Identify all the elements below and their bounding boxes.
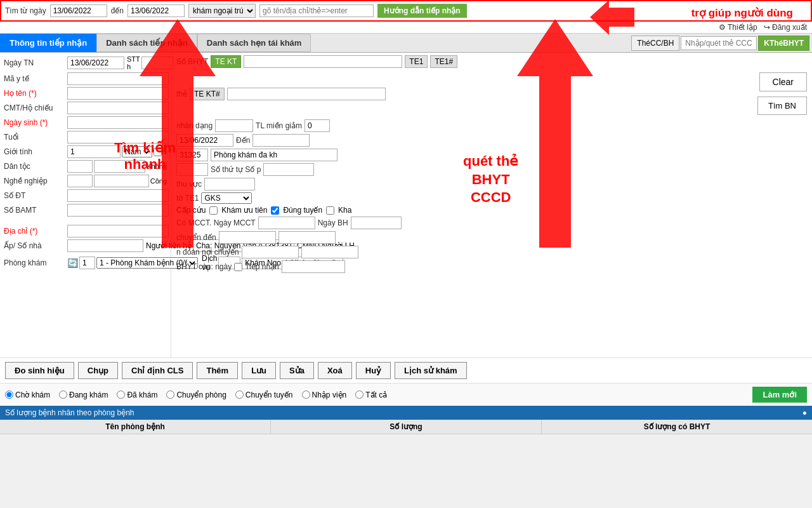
kha-label: Kha	[338, 206, 351, 215]
gioi-tinh-num[interactable]	[67, 145, 121, 158]
tim-bn-button[interactable]: Tìm BN	[757, 97, 807, 115]
thecc-tab[interactable]: ThéCC/BH	[631, 36, 679, 51]
cho-kham-radio-label[interactable]: Chờ khám	[5, 391, 50, 399]
dia-chi-input[interactable]	[67, 225, 169, 237]
bhyt-con-input[interactable]	[282, 260, 345, 273]
chuyen-den-input1[interactable]	[219, 231, 276, 244]
dang-xuat-link[interactable]: ↪ Đăng xuất	[764, 23, 807, 32]
lich-su-kham-button[interactable]: Lịch sử khám	[395, 362, 467, 379]
so-thu-tu-input1[interactable]	[176, 163, 208, 176]
da-kham-radio[interactable]	[117, 391, 125, 399]
xoa-button[interactable]: Xoá	[318, 362, 352, 379]
chuyen-tuyen-text: Chuyển tuyến	[246, 391, 293, 399]
lam-moi-button[interactable]: Làm mới	[752, 387, 807, 403]
tab-danh-sach[interactable]: Danh sách tiếp nhận	[96, 34, 197, 52]
te-kt-button[interactable]: TE KT	[211, 55, 241, 68]
so-thu-tu-input2[interactable]	[263, 163, 314, 176]
dan-toc-input1[interactable]	[67, 160, 93, 173]
thiet-lap-link[interactable]: ⚙ Thiết lập	[719, 23, 757, 32]
ap-so-nha-input[interactable]	[67, 239, 143, 252]
co-mcct-label: Có MCCT. Ngày MCCT	[176, 218, 256, 227]
nhap-vien-radio[interactable]	[302, 391, 310, 399]
nhap-vien-text: Nhập viện	[312, 391, 347, 399]
tab-hen-tai-kham[interactable]: Danh sách hẹn tái khám	[197, 34, 311, 52]
n-doan-input1[interactable]	[242, 246, 299, 258]
huy-button[interactable]: Huỷ	[356, 362, 391, 379]
cmt-input[interactable]	[67, 102, 169, 114]
them-button[interactable]: Thêm	[197, 362, 238, 379]
date-from-input[interactable]	[50, 4, 107, 17]
chuyen-tuyen-radio[interactable]	[235, 391, 244, 399]
phong-kham-da-input[interactable]	[211, 149, 337, 161]
dan-toc-input2[interactable]	[94, 160, 145, 173]
ma-31325-input[interactable]	[176, 149, 208, 161]
tuoi-input[interactable]	[67, 131, 169, 144]
tat-ca-radio[interactable]	[355, 391, 363, 399]
huong-dan-button[interactable]: Hướng dẫn tiếp nhận	[377, 4, 467, 18]
search-input[interactable]	[259, 4, 374, 17]
da-kham-radio-label[interactable]: Đã khám	[117, 391, 157, 399]
chup-button[interactable]: Chụp	[78, 362, 118, 379]
ngay-mcct-input[interactable]	[258, 217, 315, 229]
nghe-nghiep-input2[interactable]	[94, 175, 149, 187]
kham-uu-tien-check[interactable]	[271, 206, 279, 215]
dan-toc-label: Dân tộc	[4, 162, 67, 171]
nhap-vien-radio-label[interactable]: Nhập viện	[302, 391, 347, 399]
stt-input[interactable]	[141, 57, 173, 69]
chuyen-den-input2[interactable]	[278, 231, 336, 244]
so-bamt-label: Số BAMT	[4, 206, 67, 215]
tat-ca-radio-label[interactable]: Tất cả	[355, 391, 387, 399]
cap-cuu-check[interactable]	[209, 206, 218, 215]
gioi-tinh-check[interactable]	[154, 148, 162, 156]
phong-kham-num[interactable]	[79, 257, 95, 269]
do-sinh-hieu-button[interactable]: Đo sinh hiệu	[5, 362, 74, 379]
clear-button[interactable]: Clear	[759, 72, 807, 91]
date-to-input[interactable]	[128, 4, 185, 17]
tl-mien-giam-input[interactable]	[304, 119, 330, 132]
ngay-bh-input[interactable]	[351, 217, 402, 229]
bhyt-input[interactable]	[681, 36, 757, 50]
chuyen-phong-text: Chuyển phòng	[176, 391, 226, 399]
radio-bar: Chờ khám Đang khám Đã khám Chuyển phòng …	[0, 383, 812, 406]
n-doan-input2[interactable]	[301, 246, 358, 258]
ho-ten-input[interactable]	[67, 87, 169, 100]
ma-yte-label: Mã y tế	[4, 74, 67, 83]
so-bamt-input[interactable]	[67, 204, 169, 217]
sua-button[interactable]: Sửa	[280, 362, 314, 379]
dang-kham-radio-label[interactable]: Đang khám	[59, 391, 108, 399]
kham-uu-tien-label: Khám ưu tiên	[221, 206, 267, 215]
te1-hash-button[interactable]: TE1#	[430, 55, 457, 68]
gioi-tinh-select[interactable]: Nam	[122, 146, 152, 157]
gks-select[interactable]: GKS	[201, 192, 252, 204]
tiep-nhan-check[interactable]	[234, 263, 242, 271]
ngay-sinh-input[interactable]	[67, 116, 169, 129]
tab-thong-tin[interactable]: Thông tin tiếp nhận	[0, 34, 96, 52]
chuyen-phong-radio-label[interactable]: Chuyển phòng	[166, 391, 226, 399]
cap-cuu-label: Cấp cứu	[176, 206, 206, 215]
te1-button[interactable]: TE1	[405, 55, 428, 68]
thu-vuc-input[interactable]	[204, 178, 255, 190]
te-kt-hash-button[interactable]: TE KT#	[190, 88, 225, 100]
refresh-icon[interactable]: 🔄	[67, 258, 78, 268]
den-date-input[interactable]	[252, 134, 310, 147]
kte-bhyt-tab[interactable]: KThéBHYT	[758, 36, 809, 51]
so-bhyt-input[interactable]	[244, 55, 402, 68]
so-bhyt-label: Số BHYT	[176, 57, 208, 66]
search-type-select[interactable]: khám ngoại trú	[188, 4, 256, 18]
nghe-nghiep-input1[interactable]	[67, 175, 93, 187]
luu-button[interactable]: Lưu	[242, 362, 276, 379]
dang-kham-radio[interactable]	[59, 391, 67, 399]
gioi-tinh-label: Giới tính	[4, 147, 67, 156]
dung-tuyen-check[interactable]	[326, 206, 334, 215]
cho-kham-radio[interactable]	[5, 391, 13, 399]
chuyen-tuyen-radio-label[interactable]: Chuyển tuyến	[235, 391, 293, 399]
date-field[interactable]	[176, 134, 233, 147]
so-dt-input[interactable]	[67, 189, 169, 202]
the-input[interactable]	[227, 88, 386, 100]
chi-dinh-cls-button[interactable]: Chỉ định CLS	[122, 362, 193, 379]
chuyen-phong-radio[interactable]	[166, 391, 174, 399]
nhan-dang-input[interactable]	[215, 119, 253, 132]
ngay-tn-input[interactable]	[67, 57, 124, 69]
den-label: Đến	[236, 136, 250, 145]
ma-yte-input[interactable]	[67, 72, 169, 85]
